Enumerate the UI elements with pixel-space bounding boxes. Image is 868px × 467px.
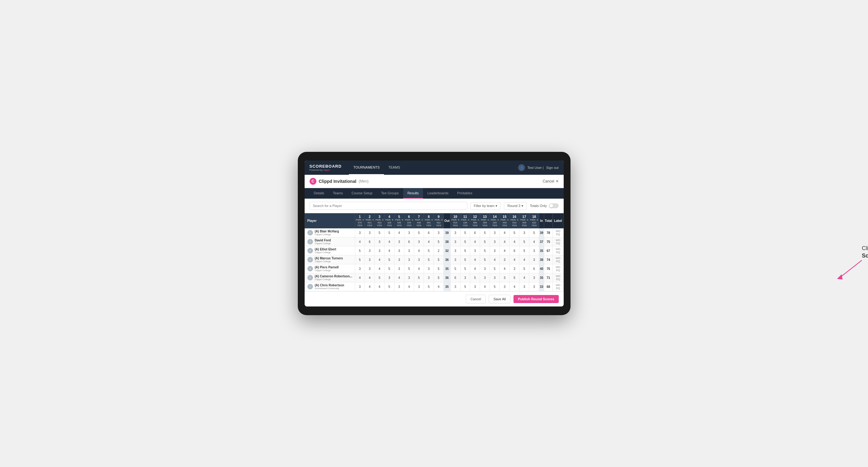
hole-7-score[interactable]: 5 xyxy=(414,228,424,237)
hole-5-score[interactable]: 4 xyxy=(394,228,404,237)
hole-3-score[interactable]: 3 xyxy=(375,246,384,255)
hole-12-score[interactable]: 4 xyxy=(470,264,480,273)
hole-4-score[interactable]: 5 xyxy=(384,264,394,273)
hole-6-score[interactable]: 3 xyxy=(404,255,414,264)
tournament-cancel-button[interactable]: Cancel ✕ xyxy=(542,179,558,183)
hole-12-score[interactable]: 5 xyxy=(470,273,480,282)
hole-10-score[interactable]: 5 xyxy=(450,264,460,273)
hole-10-score[interactable]: 3 xyxy=(450,237,460,246)
hole-15-score[interactable]: 3 xyxy=(500,273,509,282)
hole-18-score[interactable]: 3 xyxy=(529,273,539,282)
hole-2-score[interactable]: 6 xyxy=(365,237,375,246)
hole-14-score[interactable]: 3 xyxy=(490,273,500,282)
hole-3-score[interactable]: 4 xyxy=(375,264,384,273)
hole-18-score[interactable]: 6 xyxy=(529,264,539,273)
hole-6-score[interactable]: 6 xyxy=(404,237,414,246)
hole-16-score[interactable]: 5 xyxy=(509,228,519,237)
hole-2-score[interactable]: 4 xyxy=(365,282,375,291)
hole-7-score[interactable]: 4 xyxy=(414,264,424,273)
hole-9-score[interactable]: 5 xyxy=(434,237,443,246)
hole-12-score[interactable]: 6 xyxy=(470,228,480,237)
hole-16-score[interactable]: 4 xyxy=(509,237,519,246)
hole-17-score[interactable]: 4 xyxy=(519,255,529,264)
hole-3-score[interactable]: 5 xyxy=(375,273,384,282)
hole-11-score[interactable]: 5 xyxy=(460,282,470,291)
hole-6-score[interactable]: 3 xyxy=(404,228,414,237)
hole-7-score[interactable]: 3 xyxy=(414,282,424,291)
wdq-label[interactable]: WD DQ xyxy=(553,246,563,255)
wdq-label[interactable]: WD DQ xyxy=(553,264,563,273)
wdq-label[interactable]: WD DQ xyxy=(553,282,563,291)
hole-4-score[interactable]: 3 xyxy=(384,273,394,282)
footer-cancel-button[interactable]: Cancel xyxy=(466,295,486,303)
publish-round-scores-button[interactable]: Publish Round Scores xyxy=(514,295,558,303)
hole-13-score[interactable]: 5 xyxy=(480,237,490,246)
nav-tournaments[interactable]: TOURNAMENTS xyxy=(349,160,384,175)
hole-18-score[interactable]: 5 xyxy=(529,228,539,237)
hole-13-score[interactable]: 5 xyxy=(480,228,490,237)
hole-1-score[interactable]: 3 xyxy=(355,264,365,273)
nav-teams[interactable]: TEAMS xyxy=(384,160,404,175)
hole-5-score[interactable]: 3 xyxy=(394,246,404,255)
hole-8-score[interactable]: 3 xyxy=(424,264,434,273)
hole-14-score[interactable]: 5 xyxy=(490,264,500,273)
hole-9-score[interactable]: 5 xyxy=(434,264,443,273)
hole-1-score[interactable]: 4 xyxy=(355,273,365,282)
totals-only-toggle[interactable]: Totals Only xyxy=(530,203,558,208)
sign-out-link[interactable]: Sign out xyxy=(546,166,558,169)
hole-12-score[interactable]: 3 xyxy=(470,246,480,255)
hole-12-score[interactable]: 4 xyxy=(470,255,480,264)
hole-18-score[interactable]: 3 xyxy=(529,282,539,291)
hole-9-score[interactable]: 5 xyxy=(434,255,443,264)
hole-15-score[interactable]: 4 xyxy=(500,246,509,255)
toggle-switch[interactable] xyxy=(549,203,559,208)
hole-13-score[interactable]: 3 xyxy=(480,273,490,282)
hole-11-score[interactable]: 5 xyxy=(460,237,470,246)
hole-14-score[interactable]: 3 xyxy=(490,237,500,246)
hole-13-score[interactable]: 3 xyxy=(480,264,490,273)
hole-4-score[interactable]: 5 xyxy=(384,282,394,291)
hole-18-score[interactable]: 4 xyxy=(529,237,539,246)
hole-11-score[interactable]: 5 xyxy=(460,255,470,264)
hole-15-score[interactable]: 4 xyxy=(500,264,509,273)
hole-7-score[interactable]: 3 xyxy=(414,237,424,246)
hole-17-score[interactable]: 4 xyxy=(519,273,529,282)
hole-10-score[interactable]: 3 xyxy=(450,246,460,255)
hole-5-score[interactable]: 3 xyxy=(394,264,404,273)
hole-9-score[interactable]: 5 xyxy=(434,273,443,282)
wdq-label[interactable]: WD DQ xyxy=(553,228,563,237)
hole-4-score[interactable]: 4 xyxy=(384,246,394,255)
hole-15-score[interactable]: 4 xyxy=(500,237,509,246)
hole-3-score[interactable]: 3 xyxy=(375,237,384,246)
tab-printables[interactable]: Printables xyxy=(453,188,476,199)
hole-17-score[interactable]: 3 xyxy=(519,228,529,237)
hole-8-score[interactable]: 6 xyxy=(424,228,434,237)
hole-7-score[interactable]: 3 xyxy=(414,255,424,264)
hole-4-score[interactable]: 5 xyxy=(384,255,394,264)
hole-1-score[interactable]: 5 xyxy=(355,246,365,255)
hole-10-score[interactable]: 3 xyxy=(450,228,460,237)
round-select[interactable]: Round 3 ▾ xyxy=(504,202,527,210)
hole-9-score[interactable]: 4 xyxy=(434,282,443,291)
hole-8-score[interactable]: 5 xyxy=(424,255,434,264)
hole-11-score[interactable]: 5 xyxy=(460,264,470,273)
hole-12-score[interactable]: 4 xyxy=(470,237,480,246)
hole-13-score[interactable]: 5 xyxy=(480,255,490,264)
hole-1-score[interactable]: 3 xyxy=(355,282,365,291)
hole-3-score[interactable]: 4 xyxy=(375,282,384,291)
hole-16-score[interactable]: 5 xyxy=(509,273,519,282)
hole-9-score[interactable]: 2 xyxy=(434,246,443,255)
hole-12-score[interactable]: 3 xyxy=(470,282,480,291)
hole-10-score[interactable]: 3 xyxy=(450,282,460,291)
hole-7-score[interactable]: 4 xyxy=(414,246,424,255)
tab-teams[interactable]: Teams xyxy=(329,188,347,199)
hole-5-score[interactable]: 3 xyxy=(394,237,404,246)
wdq-label[interactable]: WD DQ xyxy=(553,273,563,282)
hole-7-score[interactable]: 5 xyxy=(414,273,424,282)
hole-8-score[interactable]: 5 xyxy=(424,246,434,255)
hole-3-score[interactable]: 4 xyxy=(375,255,384,264)
tab-results[interactable]: Results xyxy=(403,188,423,199)
hole-14-score[interactable]: 5 xyxy=(490,282,500,291)
wdq-label[interactable]: WD DQ xyxy=(553,255,563,264)
hole-15-score[interactable]: 4 xyxy=(500,228,509,237)
